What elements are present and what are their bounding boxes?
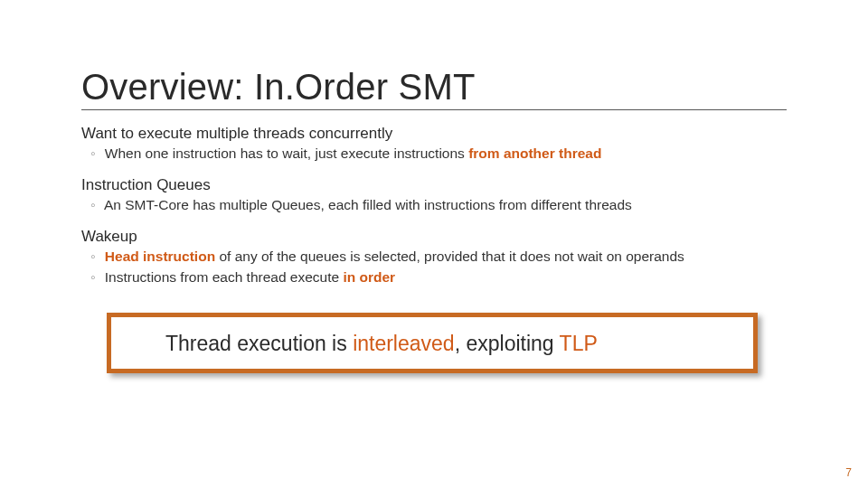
bullet-3-2: ◦ Instructions from each thread execute …	[90, 268, 787, 287]
callout-part: Thread execution is	[165, 332, 353, 355]
bullet-text: When one instruction has to wait, just e…	[105, 145, 468, 161]
section-heading-1: Want to execute multiple threads concurr…	[81, 125, 787, 143]
slide: Overview: In.Order SMT Want to execute m…	[0, 0, 868, 488]
title-underline	[81, 109, 787, 110]
callout-text: Thread execution is interleaved, exploit…	[165, 332, 744, 356]
callout-highlight: TLP	[560, 332, 598, 355]
slide-title: Overview: In.Order SMT	[81, 67, 787, 108]
page-number: 7	[845, 466, 852, 479]
section-heading-3: Wakeup	[81, 228, 787, 246]
bullet-text: Instructions from each thread execute	[105, 269, 344, 285]
bullet-marker-icon: ◦	[90, 197, 96, 212]
section-heading-2: Instruction Queues	[81, 176, 787, 194]
bullet-3-1: ◦ Head instruction of any of the queues …	[90, 248, 787, 267]
callout-box: Thread execution is interleaved, exploit…	[107, 313, 758, 373]
bullet-highlight: in order	[343, 269, 395, 285]
bullet-text: An SMT-Core has multiple Queues, each fi…	[104, 197, 632, 212]
bullet-1-1: ◦ When one instruction has to wait, just…	[90, 145, 787, 164]
callout-highlight: interleaved	[353, 332, 455, 355]
bullet-marker-icon: ◦	[90, 145, 96, 161]
bullet-text: of any of the queues is selected, provid…	[215, 249, 684, 264]
bullet-2-1: ◦ An SMT-Core has multiple Queues, each …	[90, 196, 787, 215]
bullet-highlight: Head instruction	[105, 249, 215, 264]
bullet-highlight: from another thread	[468, 145, 601, 161]
callout-part: , exploiting	[455, 332, 560, 355]
bullet-marker-icon: ◦	[90, 249, 96, 264]
bullet-marker-icon: ◦	[90, 269, 96, 285]
